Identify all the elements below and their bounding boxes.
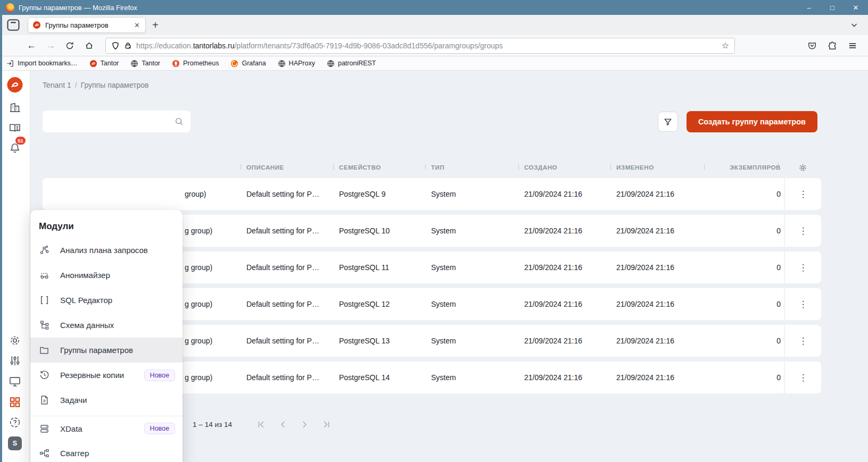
page-tabs <box>43 101 868 106</box>
new-tab-button[interactable]: + <box>152 20 159 30</box>
row-kebab-menu-icon[interactable]: ⋮ <box>799 226 808 236</box>
close-button[interactable]: ✕ <box>852 4 859 12</box>
bookmark-item[interactable]: Grafana <box>230 60 266 68</box>
module-menu-item[interactable]: Анонимайзер <box>30 263 183 288</box>
cell-type: System <box>431 226 524 235</box>
tab-overview-icon[interactable] <box>5 17 21 33</box>
lock-icon[interactable] <box>124 41 132 49</box>
breadcrumb-separator: / <box>75 81 77 89</box>
bookmark-item[interactable]: HAProxy <box>278 60 315 68</box>
column-header-description[interactable]: ОПИСАНИЕ <box>246 164 339 171</box>
new-badge: Новое <box>144 369 175 381</box>
import-bookmarks-icon <box>6 60 14 68</box>
notification-count-badge: 51 <box>15 137 26 145</box>
funnel-icon <box>663 117 673 127</box>
bookmark-star-icon[interactable]: ☆ <box>722 40 729 51</box>
tab-title: Группы параметров <box>45 21 129 29</box>
cell-modified: 21/09/2024 21:16 <box>616 300 710 308</box>
search-input[interactable] <box>43 111 191 132</box>
last-page-icon[interactable] <box>322 420 331 429</box>
home-icon[interactable] <box>81 38 97 54</box>
bookmark-item[interactable]: Tantor <box>89 60 119 68</box>
hamburger-menu-icon[interactable] <box>848 41 857 51</box>
module-menu-item[interactable]: XData Новое <box>30 416 183 441</box>
cell-modified: 21/09/2024 21:16 <box>616 337 710 345</box>
settings-gear-icon[interactable] <box>9 334 22 347</box>
filter-button[interactable] <box>658 112 678 132</box>
cell-modified: 21/09/2024 21:16 <box>616 263 710 272</box>
modules-grid-icon[interactable] <box>9 396 22 409</box>
minimize-button[interactable]: – <box>805 4 813 12</box>
browser-tab[interactable]: Группы параметров ✕ <box>28 17 146 33</box>
cell-name: group) <box>43 190 246 198</box>
help-icon[interactable] <box>9 416 22 429</box>
globe-icon <box>130 60 138 68</box>
app-sidebar: 51 S <box>0 71 30 462</box>
previous-page-icon[interactable] <box>278 420 287 429</box>
module-menu-item[interactable]: Анализ плана запросов <box>30 238 183 263</box>
row-kebab-menu-icon[interactable]: ⋮ <box>799 263 808 272</box>
window-border <box>0 15 2 462</box>
breadcrumb-tenant[interactable]: Tenant 1 <box>43 81 71 89</box>
cell-created: 21/09/2024 21:16 <box>524 190 616 198</box>
create-param-group-button[interactable]: Создать группу параметров <box>687 111 817 132</box>
tantor-logo-icon <box>89 60 97 68</box>
url-text: https://education.tantorlabs.ru/platform… <box>136 41 717 50</box>
tantor-logo-icon[interactable] <box>7 77 23 93</box>
module-menu-item[interactable]: SQL Редактор <box>30 288 183 313</box>
column-header-instances[interactable]: ЭКЗЕМПЛЯРОВ <box>710 164 784 171</box>
search-icon <box>174 116 184 127</box>
module-menu-item[interactable]: Схема данных <box>30 313 183 338</box>
breadcrumb: Tenant 1 / Группы параметров <box>43 81 868 89</box>
row-kebab-menu-icon[interactable]: ⋮ <box>799 337 808 346</box>
first-page-icon[interactable] <box>257 420 266 429</box>
bookmark-item[interactable]: Tantor <box>130 60 160 68</box>
row-kebab-menu-icon[interactable]: ⋮ <box>799 373 808 382</box>
bookmark-item[interactable]: Prometheus <box>172 60 219 68</box>
cell-description: Default setting for P… <box>246 373 339 382</box>
url-bar[interactable]: https://education.tantorlabs.ru/platform… <box>105 38 735 54</box>
pocket-icon[interactable] <box>807 41 817 51</box>
column-settings-gear-icon[interactable] <box>784 163 821 173</box>
tab-close-icon[interactable]: ✕ <box>133 21 141 29</box>
tracking-shield-icon[interactable] <box>111 41 120 50</box>
module-menu-item[interactable]: Группы параметров <box>30 338 183 363</box>
cell-instances: 0 <box>710 263 784 272</box>
cell-type: System <box>431 300 524 308</box>
cell-modified: 21/09/2024 21:16 <box>616 226 710 235</box>
maximize-button[interactable]: □ <box>829 4 836 12</box>
cell-created: 21/09/2024 21:16 <box>524 337 616 345</box>
module-menu-item[interactable]: Резервные копии Новое <box>30 363 183 388</box>
bookmark-item[interactable]: Import bookmarks… <box>6 60 78 68</box>
reload-icon[interactable] <box>62 38 78 54</box>
next-page-icon[interactable] <box>300 420 309 429</box>
table-row[interactable]: group) Default setting for P… PostgreSQL… <box>43 178 821 210</box>
back-icon[interactable]: ← <box>23 38 39 54</box>
data-schema-icon <box>39 320 51 331</box>
sliders-icon[interactable] <box>9 354 22 367</box>
column-header-created[interactable]: СОЗДАНО <box>524 164 616 171</box>
column-header-modified[interactable]: ИЗМЕНЕНО <box>616 164 710 171</box>
module-menu-item[interactable]: Сваггер <box>30 441 183 462</box>
globe-icon <box>327 60 335 68</box>
column-header-type[interactable]: ТИП <box>431 164 524 171</box>
list-all-tabs-icon[interactable] <box>850 21 858 29</box>
cell-family: PostgreSQL 14 <box>339 373 431 382</box>
module-menu-item[interactable]: Задачи <box>30 388 183 413</box>
cell-modified: 21/09/2024 21:16 <box>616 373 710 382</box>
monitor-icon[interactable] <box>9 375 22 388</box>
window-title: Группы параметров — Mozilla Firefox <box>19 4 137 12</box>
column-header-family[interactable]: СЕМЕЙСТВО <box>339 164 431 171</box>
user-avatar[interactable]: S <box>8 436 22 450</box>
forward-icon[interactable]: → <box>43 38 59 54</box>
bookmark-item[interactable]: patroniREST <box>327 60 376 68</box>
search-box <box>43 111 191 132</box>
anonymizer-icon <box>39 270 51 281</box>
cell-family: PostgreSQL 12 <box>339 300 431 308</box>
row-kebab-menu-icon[interactable]: ⋮ <box>799 300 808 309</box>
extensions-puzzle-icon[interactable] <box>828 41 837 51</box>
row-kebab-menu-icon[interactable]: ⋮ <box>799 190 808 199</box>
grafana-icon <box>230 60 238 68</box>
organization-icon[interactable] <box>9 101 22 114</box>
documentation-book-icon[interactable] <box>9 121 22 135</box>
